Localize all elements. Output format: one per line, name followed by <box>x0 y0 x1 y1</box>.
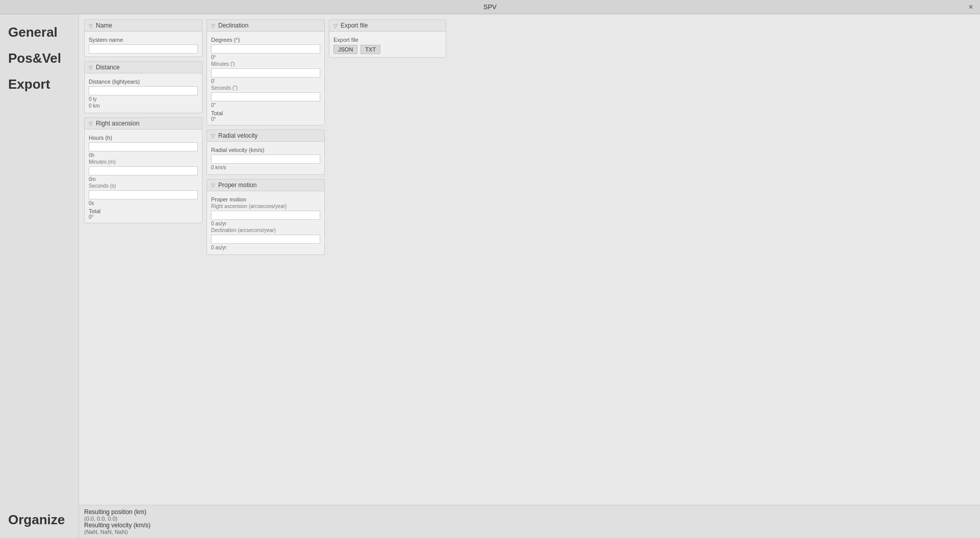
dec-minutes-label: Minutes (') <box>211 61 320 67</box>
panel-radial-body: Radial velocity (km/s) 0 km/s <box>207 142 324 174</box>
content-area: ▽ Name System name ▽ Distance Dis <box>79 14 980 538</box>
proper-motion-label: Proper motion <box>211 196 320 202</box>
dec-degrees-label: Degrees (°) <box>211 37 320 43</box>
main-layout: General Pos&Vel Export Organize ▽ Name <box>0 14 980 538</box>
panel-proper-motion: ▽ Proper motion Proper motion Right asce… <box>207 179 325 255</box>
sidebar-item-export[interactable]: Export <box>0 71 79 97</box>
ra-seconds-input[interactable] <box>89 190 198 199</box>
panel-proper-header: ▽ Proper motion <box>207 180 324 191</box>
panel-name: ▽ Name System name <box>84 19 202 57</box>
collapse-icon: ▽ <box>89 65 93 70</box>
export-txt-button[interactable]: TXT <box>360 45 380 54</box>
proper-ra-label: Right ascension (arcsecons/year) <box>211 203 320 209</box>
position-value: (0.0, 0.0, 0.0) <box>84 516 975 522</box>
dec-minutes-input[interactable] <box>211 68 320 78</box>
panels-area: ▽ Name System name ▽ Distance Dis <box>79 14 980 505</box>
panel-name-header: ▽ Name <box>85 20 202 32</box>
system-name-input[interactable] <box>89 44 198 54</box>
distance-ly-label: Distance (lightyears) <box>89 79 198 85</box>
column-1: ▽ Name System name ▽ Distance Dis <box>84 19 202 223</box>
export-json-button[interactable]: JSON <box>333 45 357 54</box>
panel-distance-body: Distance (lightyears) 0 ly 0 km <box>85 73 202 113</box>
collapse-icon: ▽ <box>211 183 215 188</box>
proper-ra-value: 0 as/yr <box>211 221 320 226</box>
system-name-label: System name <box>89 37 198 43</box>
sidebar-item-general[interactable]: General <box>0 19 79 45</box>
velocity-label: Resulting velocity (km/s) <box>84 522 975 529</box>
export-label: Export file <box>333 37 442 43</box>
collapse-icon: ▽ <box>89 121 93 126</box>
collapse-icon: ▽ <box>211 133 215 139</box>
dec-total-value: 0° <box>211 116 320 122</box>
ra-minutes-input[interactable] <box>89 166 198 175</box>
panel-radial-velocity: ▽ Radial velocity Radial velocity (km/s)… <box>207 130 325 175</box>
ra-minutes-label: Minutes (m) <box>89 159 198 165</box>
panel-proper-body: Proper motion Right ascension (arcsecons… <box>207 191 324 254</box>
dec-degrees-input[interactable] <box>211 44 320 54</box>
proper-dec-value: 0 as/yr <box>211 245 320 250</box>
ra-total-value: 0° <box>89 214 198 220</box>
proper-dec-label: Declination (arcsecons/year) <box>211 227 320 233</box>
radial-vel-input[interactable] <box>211 155 320 164</box>
dec-seconds-label: Seconds ('') <box>211 85 320 91</box>
dec-degrees-value: 0° <box>211 55 320 60</box>
ra-total-label: Total <box>89 208 198 214</box>
dec-seconds-input[interactable] <box>211 92 320 101</box>
ra-seconds-label: Seconds (s) <box>89 183 198 189</box>
collapse-icon: ▽ <box>89 23 93 29</box>
distance-ly-value: 0 ly <box>89 96 198 102</box>
velocity-value: (NaN, NaN, NaN) <box>84 529 975 535</box>
close-button[interactable]: × <box>966 2 976 12</box>
proper-ra-input[interactable] <box>211 211 320 220</box>
panel-export-file: ▽ Export file Export file JSON TXT <box>329 19 446 58</box>
export-buttons: JSON TXT <box>333 45 442 54</box>
panel-right-ascension: ▽ Right ascension Hours (h) 0h Minutes (… <box>84 117 202 223</box>
dec-minutes-value: 0' <box>211 79 320 84</box>
titlebar: SPV × <box>0 0 980 14</box>
distance-km-value: 0 km <box>89 103 198 109</box>
column-2: ▽ Declination Degrees (°) 0° Minutes (')… <box>207 19 325 255</box>
column-3: ▽ Export file Export file JSON TXT <box>329 19 446 58</box>
panel-export-header: ▽ Export file <box>329 20 446 32</box>
panel-declination-header: ▽ Declination <box>207 20 324 32</box>
sidebar: General Pos&Vel Export Organize <box>0 14 79 538</box>
panel-name-body: System name <box>85 32 202 57</box>
dec-total-label: Total <box>211 110 320 116</box>
panel-distance-header: ▽ Distance <box>85 62 202 73</box>
dec-seconds-value: 0'' <box>211 103 320 108</box>
ra-hours-input[interactable] <box>89 142 198 151</box>
ra-hours-value: 0h <box>89 152 198 158</box>
panel-declination-body: Degrees (°) 0° Minutes (') 0' Seconds ('… <box>207 32 324 125</box>
panel-distance: ▽ Distance Distance (lightyears) 0 ly 0 … <box>84 61 202 113</box>
window-title: SPV <box>483 3 497 11</box>
panel-radial-header: ▽ Radial velocity <box>207 130 324 142</box>
ra-seconds-value: 0s <box>89 200 198 206</box>
collapse-icon: ▽ <box>211 23 215 29</box>
panel-ra-body: Hours (h) 0h Minutes (m) 0m Seconds (s) … <box>85 130 202 223</box>
panel-ra-header: ▽ Right ascension <box>85 118 202 130</box>
sidebar-item-organize[interactable]: Organize <box>0 507 79 533</box>
proper-dec-input[interactable] <box>211 235 320 244</box>
position-label: Resulting position (km) <box>84 508 975 516</box>
radial-vel-label: Radial velocity (km/s) <box>211 147 320 153</box>
ra-minutes-value: 0m <box>89 176 198 182</box>
sidebar-item-posvel[interactable]: Pos&Vel <box>0 45 79 71</box>
distance-ly-input[interactable] <box>89 86 198 95</box>
panel-declination: ▽ Declination Degrees (°) 0° Minutes (')… <box>207 19 325 125</box>
panel-export-body: Export file JSON TXT <box>329 32 446 57</box>
radial-vel-value: 0 km/s <box>211 165 320 170</box>
bottom-status: Resulting position (km) (0.0, 0.0, 0.0) … <box>79 505 980 538</box>
collapse-icon: ▽ <box>333 23 338 29</box>
ra-hours-label: Hours (h) <box>89 135 198 141</box>
